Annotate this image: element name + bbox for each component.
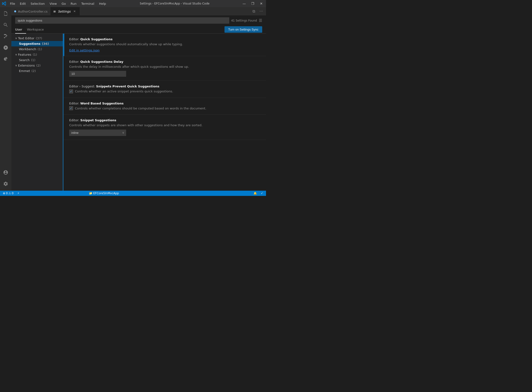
activity-extensions[interactable] (0, 54, 11, 65)
sidebar-item-label: Extensions (18, 64, 35, 67)
settings-search-input[interactable] (15, 17, 229, 24)
window-title: Settings - EFCore5InMvcApp - Visual Stud… (108, 2, 241, 5)
sidebar-item-count: (2) (32, 69, 36, 73)
setting-title: Editor: Snippet Suggestions (69, 118, 260, 122)
checkbox-row: ✓ Controls whether completions should be… (69, 106, 260, 111)
sidebar-item-workbench[interactable]: Workbench (1) (11, 47, 63, 52)
status-left: ⊗ 0 ⚠ 0 ⚡ (2, 192, 20, 195)
settings-tab-user[interactable]: User (15, 26, 26, 34)
setting-item-quick-suggestions: Editor: Quick Suggestions Controls wheth… (64, 34, 266, 56)
lightning-icon: ⚡ (17, 192, 19, 195)
feedback-icon: ✓ (261, 192, 263, 195)
setting-title: Editor: Word Based Suggestions (69, 102, 260, 105)
sidebar-item-count: (36) (42, 42, 49, 46)
settings-area: 41 Settings Found ☰ User Workspace Turn … (11, 15, 266, 191)
warning-icon: ⚠ (9, 192, 11, 195)
app-body: AuthorController.cs ≡ Settings ✕ ⧉ ··· 4… (0, 7, 266, 191)
sidebar-item-search[interactable]: Search (1) (11, 57, 63, 63)
search-icon (3, 22, 8, 28)
activity-search[interactable] (0, 19, 11, 31)
edit-in-settings-json-link[interactable]: Edit in settings.json (69, 49, 100, 52)
editor-area: AuthorController.cs ≡ Settings ✕ ⧉ ··· 4… (11, 7, 266, 191)
sync-button[interactable]: Turn on Settings Sync (224, 26, 262, 33)
sidebar-item-text-editor[interactable]: ∨ Text Editor (37) (11, 36, 63, 41)
status-notification[interactable]: ⚡ (16, 192, 20, 195)
activity-source-control[interactable] (0, 31, 11, 42)
settings-tab-icon: ≡ (53, 9, 56, 13)
sidebar-item-label: Workbench (19, 47, 36, 51)
menu-terminal[interactable]: Terminal (79, 1, 96, 6)
menu-help[interactable]: Help (97, 1, 108, 6)
run-icon (3, 45, 8, 51)
checkbox-label: Controls whether an active snippet preve… (75, 89, 173, 94)
status-right: 🔔 ✓ (252, 192, 264, 195)
status-folder[interactable]: 📁 EFCore5InMvcApp (88, 192, 120, 195)
tabs-actions: ⧉ ··· (249, 7, 266, 15)
menu-file[interactable]: File (8, 1, 17, 6)
status-feedback[interactable]: ✓ (260, 192, 264, 195)
settings-content: Editor: Quick Suggestions Controls wheth… (64, 34, 266, 191)
tab-settings[interactable]: ≡ Settings ✕ (51, 7, 80, 15)
snippets-prevent-checkbox[interactable]: ✓ (69, 89, 73, 93)
activity-settings[interactable] (0, 178, 11, 190)
gear-icon (3, 181, 8, 187)
source-control-icon (3, 34, 8, 40)
status-errors[interactable]: ⊗ 0 ⚠ 0 (2, 192, 14, 195)
activity-explorer[interactable] (0, 8, 11, 19)
setting-title: Editor › Suggest: Snippets Prevent Quick… (69, 84, 260, 88)
settings-search-bar: 41 Settings Found ☰ (11, 15, 266, 26)
chevron-down-icon: ∨ (15, 53, 17, 56)
tab-author-controller[interactable]: AuthorController.cs (11, 7, 51, 15)
sidebar-item-suggestions[interactable]: Suggestions (36) (11, 41, 63, 47)
titlebar: File Edit Selection View Go Run Terminal… (0, 0, 266, 7)
extensions-icon (3, 56, 8, 62)
more-actions-button[interactable]: ··· (258, 9, 264, 14)
settings-sidebar: ∨ Text Editor (37) Suggestions (36) Work… (11, 34, 64, 191)
sidebar-item-features[interactable]: ∨ Features (1) (11, 52, 63, 57)
activity-account[interactable] (0, 167, 11, 178)
sidebar-item-extensions[interactable]: ∨ Extensions (2) (11, 63, 63, 68)
minimize-button[interactable]: — (241, 2, 247, 5)
chevron-down-icon: ∨ (15, 37, 17, 40)
menu-selection[interactable]: Selection (29, 1, 47, 6)
quick-suggestions-delay-input[interactable] (69, 71, 126, 77)
checkmark-icon: ✓ (70, 107, 72, 110)
account-icon (3, 170, 8, 176)
error-icon: ⊗ (3, 192, 5, 195)
explorer-icon (3, 11, 8, 17)
filter-settings-button[interactable]: ☰ (259, 18, 262, 23)
activity-run[interactable] (0, 42, 11, 54)
error-count: 0 (6, 192, 8, 195)
warning-count: 0 (12, 192, 14, 195)
close-button[interactable]: ✕ (258, 2, 264, 5)
vscode-logo (2, 1, 6, 6)
sidebar-item-count: (1) (33, 53, 37, 56)
menu-go[interactable]: Go (60, 1, 68, 6)
sidebar-item-count: (2) (36, 64, 41, 67)
menu-bar: File Edit Selection View Go Run Terminal… (8, 1, 108, 6)
maximize-button[interactable]: ❐ (250, 2, 256, 5)
settings-tabs-row: User Workspace Turn on Settings Sync (11, 26, 266, 34)
activity-bar (0, 7, 11, 191)
split-editor-button[interactable]: ⧉ (251, 9, 256, 14)
setting-title: Editor: Quick Suggestions (69, 37, 260, 41)
snippet-suggestions-select[interactable]: inline top bottom none (69, 130, 126, 136)
setting-item-quick-suggestions-delay: Editor: Quick Suggestions Delay Controls… (64, 56, 266, 81)
bell-icon: 🔔 (253, 192, 257, 195)
status-notification-bell[interactable]: 🔔 (252, 192, 258, 195)
menu-edit[interactable]: Edit (18, 1, 28, 6)
sidebar-item-count: (1) (38, 47, 42, 51)
sidebar-item-label: Suggestions (19, 42, 40, 46)
tab-close-button[interactable]: ✕ (72, 9, 77, 14)
settings-tab-workspace[interactable]: Workspace (27, 26, 48, 34)
word-based-checkbox[interactable]: ✓ (69, 106, 73, 110)
checkbox-row: ✓ Controls whether an active snippet pre… (69, 89, 260, 94)
sidebar-item-emmet[interactable]: Emmet (2) (11, 68, 63, 74)
setting-item-word-based: Editor: Word Based Suggestions ✓ Control… (64, 98, 266, 115)
file-type-dot (14, 10, 16, 12)
menu-view[interactable]: View (48, 1, 59, 6)
setting-description: Controls the delay in milliseconds after… (69, 65, 260, 69)
tab-label: Settings (58, 10, 70, 13)
menu-run[interactable]: Run (69, 1, 78, 6)
folder-icon: 📁 (89, 192, 92, 195)
